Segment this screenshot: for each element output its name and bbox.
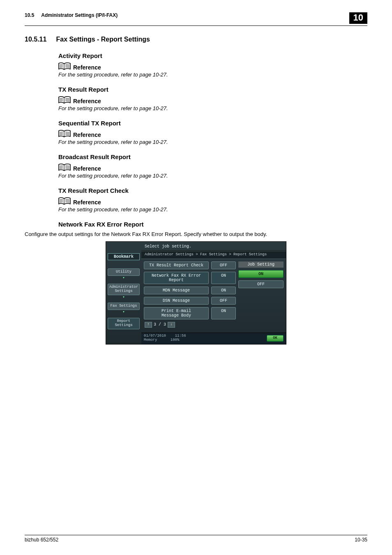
footer-time: 11:56 <box>175 334 186 338</box>
page-indicator: 3 / 3 <box>154 322 166 327</box>
reference-label: Reference <box>73 165 101 172</box>
reference-block: Reference For the setting procedure, ref… <box>58 130 367 145</box>
option-off-button[interactable]: OFF <box>238 280 284 288</box>
setting-label: MDN Message <box>144 287 209 294</box>
heading-sequential-tx-report: Sequential TX Report <box>58 120 367 127</box>
setting-row[interactable]: MDN Message ON <box>144 287 236 294</box>
reference-text: For the setting procedure, refer to page… <box>58 206 367 213</box>
reference-label: Reference <box>73 64 101 71</box>
reference-label: Reference <box>73 132 101 138</box>
setting-row[interactable]: Network Fax RX Error Report ON <box>144 272 236 284</box>
header-left: 10.5 Administrator Settings (IP/I-FAX) <box>25 12 349 18</box>
nav-admin-line2: Settings <box>115 289 132 293</box>
main-heading-title: Fax Settings - Report Settings <box>56 36 150 43</box>
network-fax-rx-description: Configure the output settings for the Ne… <box>25 231 367 237</box>
setting-row[interactable]: DSN Message OFF <box>144 297 236 305</box>
book-icon <box>58 164 71 172</box>
nav-fax-settings[interactable]: Fax Settings <box>108 303 140 310</box>
reference-block: Reference For the setting procedure, ref… <box>58 96 367 111</box>
setting-value: ON <box>211 307 236 319</box>
heading-activity-report: Activity Report <box>58 52 367 59</box>
nav-admin-settings[interactable]: Administrator Settings <box>108 284 140 295</box>
setting-label-line2: Message Body <box>161 313 191 318</box>
book-icon <box>58 62 71 71</box>
setting-label: Network Fax RX Error Report <box>144 272 209 284</box>
setting-row[interactable]: TX Result Report Check OFF <box>144 261 236 269</box>
chevron-down-icon: ▾ <box>106 276 141 280</box>
section-title: Administrator Settings (IP/I-FAX) <box>41 12 118 18</box>
reference-text: For the setting procedure, refer to page… <box>58 173 367 179</box>
reference-text: For the setting procedure, refer to page… <box>58 105 367 111</box>
footer-memory-label: Memory <box>144 338 157 342</box>
heading-broadcast-result-report: Broadcast Result Report <box>58 153 367 160</box>
screenshot-footer: 01/07/2010 11:56 Memory 100% OK <box>141 333 286 344</box>
setting-value: ON <box>211 272 236 284</box>
screenshot-main: Select job setting. Administrator Settin… <box>141 242 286 344</box>
device-screenshot: Bookmark Utility ▾ Administrator Setting… <box>106 241 286 345</box>
chevron-down-icon: ▾ <box>106 310 141 314</box>
footer-memory-value: 100% <box>171 338 180 342</box>
bookmark-tab[interactable]: Bookmark <box>108 253 140 260</box>
reference-block: Reference For the setting procedure, ref… <box>58 164 367 179</box>
options-column: Job Setting ON OFF <box>238 261 284 330</box>
reference-label: Reference <box>73 98 101 104</box>
screenshot-sidebar: Bookmark Utility ▾ Administrator Setting… <box>106 242 141 344</box>
setting-value: OFF <box>211 297 236 305</box>
pager: ↑ 3 / 3 ↓ <box>145 322 236 328</box>
main-heading-number: 10.5.11 <box>25 36 54 43</box>
option-on-button[interactable]: ON <box>238 270 284 278</box>
nav-utility[interactable]: Utility <box>108 268 140 276</box>
setting-label: TX Result Report Check <box>144 261 209 269</box>
nav-admin-line1: Administrator <box>109 285 138 289</box>
chapter-badge: 10 <box>349 12 367 24</box>
setting-value: OFF <box>211 261 236 269</box>
heading-tx-result-report-check: TX Result Report Check <box>58 187 367 194</box>
page-up-button[interactable]: ↑ <box>145 322 152 328</box>
reference-text: For the setting procedure, refer to page… <box>58 72 367 78</box>
reference-label: Reference <box>73 199 101 206</box>
book-icon <box>58 96 71 104</box>
reference-block: Reference For the setting procedure, ref… <box>58 62 367 78</box>
setting-label: Print E-mail Message Body <box>144 307 209 319</box>
heading-tx-result-report: TX Result Report <box>58 86 367 93</box>
chevron-down-icon: ▾ <box>106 296 141 300</box>
ok-button[interactable]: OK <box>267 335 284 342</box>
setting-label-line1: Print E-mail <box>161 309 191 313</box>
page-header: 10.5 Administrator Settings (IP/I-FAX) 1… <box>25 12 367 26</box>
footer-meta: 01/07/2010 11:56 Memory 100% <box>144 334 267 342</box>
screenshot-title: Select job setting. <box>141 242 286 251</box>
reference-block: Reference For the setting procedure, ref… <box>58 197 367 213</box>
main-heading: 10.5.11 Fax Settings - Report Settings <box>25 36 367 43</box>
page-footer: bizhub 652/552 10-35 <box>25 535 367 543</box>
reference-text: For the setting procedure, refer to page… <box>58 139 367 145</box>
book-icon <box>58 197 71 206</box>
settings-list: TX Result Report Check OFF Network Fax R… <box>144 261 236 330</box>
options-title: Job Setting <box>238 261 284 268</box>
breadcrumb: Administrator Settings > Fax Settings > … <box>141 251 286 259</box>
page-down-button[interactable]: ↓ <box>168 322 175 328</box>
footer-pagenum: 10-35 <box>355 537 367 543</box>
nav-report-settings[interactable]: Report Settings <box>108 318 140 329</box>
setting-value: ON <box>211 287 236 294</box>
footer-date: 01/07/2010 <box>144 334 166 338</box>
footer-product: bizhub 652/552 <box>25 537 355 543</box>
heading-network-fax-rx-error-report: Network Fax RX Error Report <box>58 221 367 228</box>
section-number: 10.5 <box>25 12 34 18</box>
setting-label: DSN Message <box>144 297 209 305</box>
setting-row[interactable]: Print E-mail Message Body ON <box>144 307 236 319</box>
book-icon <box>58 130 71 138</box>
